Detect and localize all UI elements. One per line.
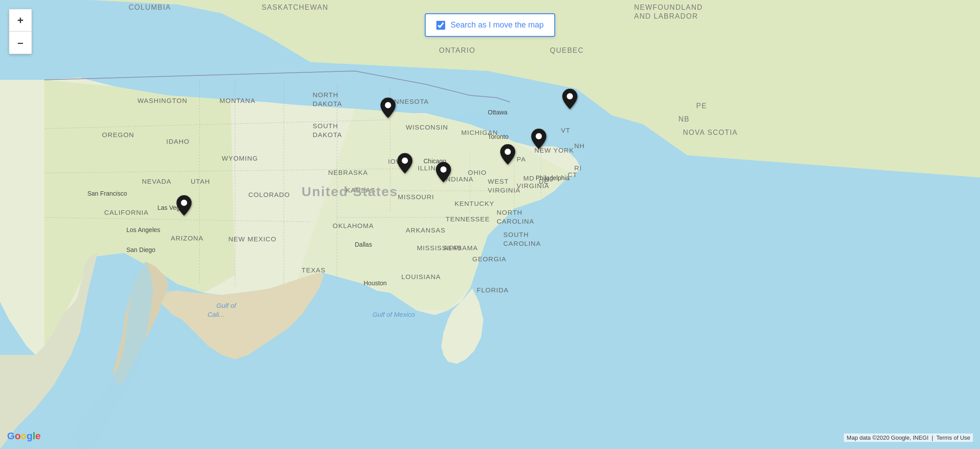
zoom-out-button[interactable]: – bbox=[9, 32, 31, 54]
pin-connecticut[interactable] bbox=[531, 129, 546, 151]
pin-indiana[interactable] bbox=[436, 162, 451, 184]
map-container: COLUMBIASASKATCHEWANNEWFOUNDLANDAND LABR… bbox=[0, 0, 980, 449]
attribution-text: Map data ©2020 Google, INEGI bbox=[847, 434, 928, 441]
svg-point-18 bbox=[385, 102, 391, 108]
pin-maryland[interactable] bbox=[500, 144, 515, 166]
pin-minnesota[interactable] bbox=[380, 98, 396, 120]
google-logo: Google bbox=[7, 430, 41, 442]
search-move-container: Search as I move the map bbox=[425, 13, 555, 37]
zoom-in-button[interactable]: + bbox=[9, 9, 31, 32]
pin-illinois[interactable] bbox=[397, 153, 412, 175]
map-attribution: Map data ©2020 Google, INEGI | Terms of … bbox=[844, 433, 973, 442]
svg-point-24 bbox=[181, 200, 187, 206]
pin-maine[interactable] bbox=[562, 89, 577, 111]
terms-link[interactable]: Terms of Use bbox=[936, 434, 970, 441]
search-move-checkbox[interactable] bbox=[436, 21, 445, 30]
map-background bbox=[0, 0, 980, 449]
svg-point-20 bbox=[440, 166, 447, 173]
zoom-controls: + – bbox=[9, 9, 32, 54]
svg-point-21 bbox=[505, 149, 511, 155]
pin-losangeles[interactable] bbox=[176, 195, 192, 217]
search-move-label: Search as I move the map bbox=[451, 20, 544, 30]
svg-point-19 bbox=[402, 158, 408, 164]
svg-point-22 bbox=[536, 133, 542, 139]
svg-point-23 bbox=[567, 93, 573, 99]
